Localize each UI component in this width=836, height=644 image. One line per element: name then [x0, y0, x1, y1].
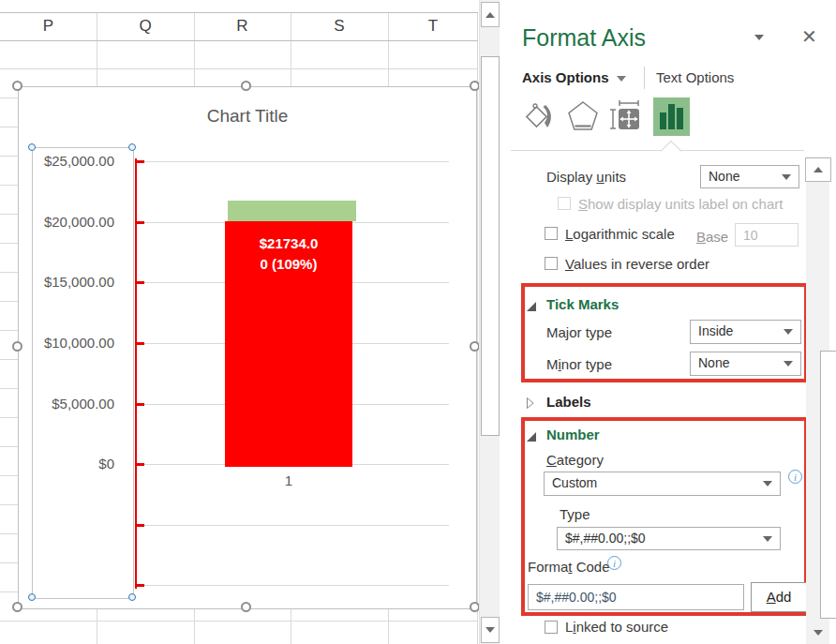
pane-title: Format Axis — [522, 24, 646, 52]
display-units-dropdown[interactable]: None — [700, 165, 799, 188]
arrow-up-icon — [814, 167, 823, 172]
grid-vline — [477, 12, 478, 644]
show-units-checkbox[interactable] — [558, 197, 571, 210]
axis-selection-box — [32, 147, 134, 599]
chevron-down-icon — [763, 536, 772, 542]
chevron-down-icon — [784, 361, 793, 367]
excel-window: P Q R S T Chart Title $25,000.00 $20,000… — [0, 0, 836, 644]
selection-handle[interactable] — [128, 143, 136, 151]
chart-handle-w[interactable] — [12, 341, 22, 352]
axis-options-chevron-icon[interactable] — [617, 76, 626, 82]
info-icon[interactable]: i — [607, 556, 621, 570]
linked-to-source-checkbox[interactable] — [545, 621, 558, 634]
axis-tick — [136, 524, 144, 527]
chart-handle-sw[interactable] — [12, 602, 22, 612]
show-units-label: Show display units label on chart — [578, 196, 783, 212]
base-input[interactable]: 10 — [735, 223, 799, 247]
scrollbar-thumb[interactable] — [481, 56, 500, 436]
tab-text-options[interactable]: Text Options — [656, 69, 734, 85]
pane-scroll-up-button[interactable] — [805, 157, 831, 182]
section-expanded-icon[interactable] — [527, 298, 536, 315]
major-type-dropdown[interactable]: Inside — [690, 320, 801, 344]
axis-tick — [136, 403, 144, 406]
tab-divider — [644, 67, 645, 89]
selection-handle[interactable] — [28, 143, 36, 151]
axis-tick — [136, 463, 144, 466]
scroll-up-button[interactable] — [481, 2, 500, 27]
axis-tick — [136, 584, 144, 587]
base-label: Base — [696, 229, 728, 245]
data-label-line2: 0 (109%) — [225, 254, 352, 275]
log-scale-label: Logarithmic scale — [565, 226, 675, 242]
data-label[interactable]: $21734.0 0 (109%) — [225, 233, 352, 275]
labels-header[interactable]: Labels — [546, 394, 591, 410]
arrow-down-icon — [485, 627, 495, 633]
bar-baseline — [225, 464, 352, 467]
section-expanded-icon[interactable] — [527, 428, 536, 445]
axis-tick — [136, 281, 144, 284]
format-code-label: Format Code — [528, 559, 610, 575]
chevron-down-icon — [763, 481, 772, 487]
section-collapsed-icon[interactable] — [527, 396, 534, 412]
selection-handle[interactable] — [128, 593, 136, 601]
chart-handle-s[interactable] — [241, 602, 251, 612]
reverse-order-label: Values in reverse order — [565, 256, 709, 272]
axis-tick — [136, 160, 144, 163]
type-label: Type — [560, 506, 590, 522]
bar-overflow-cap[interactable] — [228, 201, 356, 221]
format-code-input[interactable]: $#,##0.00;;$0 — [528, 584, 744, 610]
category-label: Category — [546, 452, 604, 468]
pane-scroll-down-arrow-icon[interactable] — [814, 630, 823, 636]
data-label-line1: $21734.0 — [225, 233, 352, 254]
major-type-label: Major type — [546, 324, 612, 340]
chart-handle-n[interactable] — [241, 81, 251, 91]
selection-handle[interactable] — [28, 593, 36, 601]
pane-menu-chevron-icon[interactable] — [754, 35, 764, 40]
column-header-r[interactable]: R — [194, 12, 291, 40]
type-dropdown[interactable]: $#,##0.00;;$0 — [557, 527, 781, 550]
icon-row-separator — [511, 150, 804, 151]
pane-scrollbar-thumb[interactable] — [820, 351, 836, 619]
chart-object[interactable]: Chart Title $25,000.00 $20,000.00 $15,00… — [18, 86, 477, 609]
category-axis-label[interactable]: 1 — [225, 472, 352, 488]
effects-icon[interactable] — [566, 99, 600, 135]
info-icon[interactable]: i — [788, 470, 802, 484]
linked-to-source-label: Linked to source — [565, 619, 668, 635]
gridline — [136, 525, 449, 526]
axis-options-chart-icon[interactable] — [653, 97, 690, 136]
tab-axis-options[interactable]: Axis Options — [522, 69, 609, 85]
axis-tick — [136, 221, 144, 224]
category-dropdown[interactable]: Custom — [544, 472, 781, 496]
column-header-q[interactable]: Q — [97, 12, 194, 40]
number-header[interactable]: Number — [546, 427, 600, 442]
worksheet-scrollbar[interactable] — [479, 0, 500, 644]
chevron-down-icon — [782, 174, 791, 180]
log-scale-checkbox[interactable] — [545, 227, 558, 240]
close-icon[interactable]: ✕ — [801, 27, 817, 46]
arrow-up-icon — [485, 12, 495, 18]
gridline — [136, 585, 449, 586]
fill-line-icon[interactable] — [523, 97, 557, 137]
header-bottom-border — [0, 40, 478, 41]
minor-type-dropdown[interactable]: None — [690, 352, 801, 376]
add-button[interactable]: Add — [751, 582, 807, 612]
display-units-label: Display units — [546, 169, 626, 185]
column-header-s[interactable]: S — [291, 12, 388, 40]
column-header-p[interactable]: P — [0, 12, 97, 40]
tick-marks-header[interactable]: Tick Marks — [546, 296, 619, 312]
reverse-order-checkbox[interactable] — [545, 257, 558, 270]
selected-tab-notch — [661, 141, 682, 162]
chart-title[interactable]: Chart Title — [19, 106, 476, 127]
column-header-t[interactable]: T — [388, 12, 478, 40]
gridline — [136, 161, 449, 162]
size-properties-icon[interactable] — [608, 97, 646, 137]
axis-tick — [136, 342, 144, 345]
chevron-down-icon — [784, 329, 793, 335]
chart-handle-nw[interactable] — [12, 81, 22, 91]
minor-type-label: Minor type — [546, 356, 612, 372]
scroll-down-button[interactable] — [481, 617, 500, 643]
